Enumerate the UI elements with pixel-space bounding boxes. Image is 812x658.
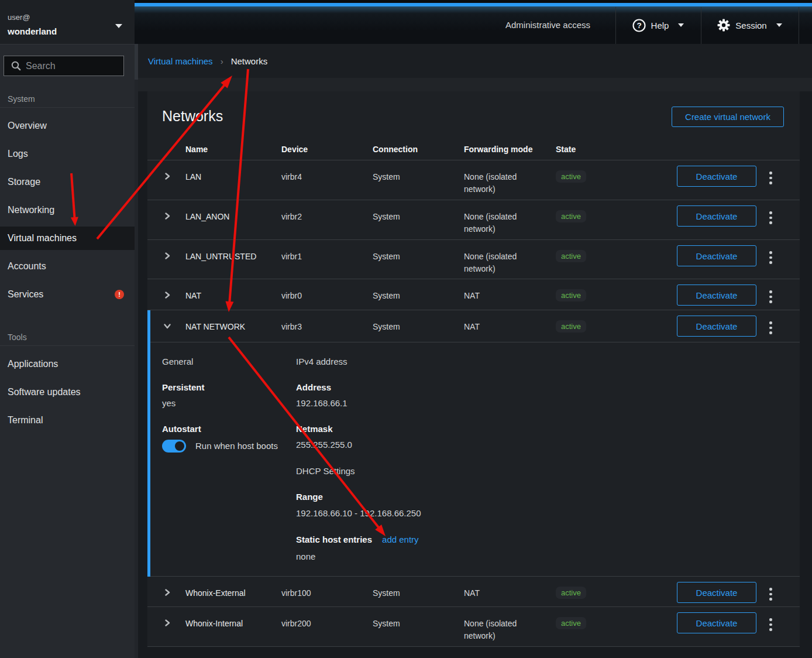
network-device: virbr100	[281, 577, 373, 606]
network-connection: System	[373, 200, 464, 239]
masthead-divider	[799, 7, 799, 44]
network-device: virbr200	[281, 607, 373, 646]
column-header-connection: Connection	[373, 143, 464, 156]
deactivate-button[interactable]: Deactivate	[677, 245, 756, 266]
add-entry-link[interactable]: add entry	[382, 534, 419, 544]
network-device: virbr2	[281, 200, 373, 239]
persistent-label: Persistent	[162, 382, 205, 393]
range-label: Range	[296, 491, 323, 503]
user-menu[interactable]: user@ wonderland	[0, 0, 135, 44]
network-name: LAN_ANON	[185, 200, 281, 239]
nav-section-tools: Tools Applications Software updates Term…	[0, 326, 135, 434]
card-header: Networks Create virtual network	[147, 91, 800, 125]
toggle-knob	[175, 441, 184, 451]
expand-row-button[interactable]	[147, 577, 185, 606]
sidebar-item-accounts: Accounts	[0, 252, 135, 280]
state-badge: active	[556, 320, 586, 333]
network-device: virbr3	[281, 310, 373, 342]
kebab-menu-button[interactable]	[756, 200, 800, 239]
breadcrumb-virtual-machines[interactable]: Virtual machines	[148, 56, 213, 66]
collapse-row-button[interactable]	[147, 310, 185, 342]
column-header-device: Device	[281, 143, 373, 156]
expand-row-button[interactable]	[147, 240, 185, 279]
network-forwarding-mode: None (isolated network)	[464, 200, 556, 239]
question-circle-icon: ?	[632, 19, 646, 32]
network-connection: System	[373, 310, 464, 342]
host-name: wonderland	[8, 27, 127, 36]
session-menu-button[interactable]: Session	[701, 6, 799, 44]
state-badge: active	[556, 587, 586, 599]
deactivate-button[interactable]: Deactivate	[677, 582, 756, 603]
network-connection: System	[373, 279, 464, 310]
sidebar-item-applications: Applications	[0, 350, 135, 378]
sidebar-item-storage: Storage	[0, 168, 135, 196]
expanded-row-accent-border	[147, 310, 150, 577]
search-icon	[11, 61, 21, 71]
breadcrumb-current: Networks	[231, 56, 268, 66]
sidebar-search	[4, 56, 124, 76]
sidebar-scrollbar[interactable]	[135, 44, 138, 658]
autostart-toggle[interactable]	[162, 440, 186, 453]
table-row-expanded: NAT NETWORK virbr3 System NAT active Dea…	[147, 310, 800, 342]
expand-row-button[interactable]	[147, 200, 185, 239]
search-input[interactable]	[4, 56, 124, 76]
network-connection: System	[373, 577, 464, 606]
deactivate-button[interactable]: Deactivate	[677, 285, 756, 306]
breadcrumb: Virtual machines › Networks	[138, 44, 812, 78]
scrollbar-thumb[interactable]	[135, 44, 138, 80]
state-badge: active	[556, 289, 586, 301]
network-device: virbr1	[281, 240, 373, 279]
state-badge: active	[556, 210, 586, 222]
masthead: Administrative access ? Help Session	[135, 0, 812, 44]
network-forwarding-mode: None (isolated network)	[464, 240, 556, 279]
nav-section-system: System Overview Logs Storage Networking …	[0, 88, 135, 309]
networks-card: Networks Create virtual network Name Dev…	[147, 91, 800, 647]
expand-row-button[interactable]	[147, 607, 185, 646]
svg-text:?: ?	[636, 21, 641, 30]
accent-topline	[135, 0, 812, 6]
row-expansion-panel: General Persistent yes Autostart Run whe…	[147, 342, 800, 577]
expand-row-button[interactable]	[147, 160, 185, 200]
kebab-menu-button[interactable]	[756, 240, 800, 279]
network-connection: System	[373, 160, 464, 200]
deactivate-button[interactable]: Deactivate	[677, 166, 756, 187]
static-host-entries-label: Static host entriesadd entry	[296, 534, 419, 546]
kebab-menu-button[interactable]	[756, 310, 800, 342]
chevron-down-icon	[115, 24, 122, 28]
deactivate-button[interactable]: Deactivate	[677, 612, 756, 633]
address-value: 192.168.66.1	[296, 397, 347, 409]
create-virtual-network-button[interactable]: Create virtual network	[672, 107, 784, 127]
kebab-menu-button[interactable]	[756, 577, 800, 606]
sidebar-item-overview: Overview	[0, 112, 135, 140]
expand-row-button[interactable]	[147, 279, 185, 310]
dhcp-section-title: DHCP Settings	[296, 465, 355, 477]
network-forwarding-mode: NAT	[464, 310, 556, 342]
deactivate-button[interactable]: Deactivate	[677, 205, 756, 227]
kebab-menu-button[interactable]	[756, 607, 800, 646]
help-menu-button[interactable]: ? Help	[615, 6, 701, 44]
nav-section-title: System	[0, 88, 135, 108]
deactivate-button[interactable]: Deactivate	[677, 316, 756, 337]
sidebar-item-virtual-machines: Virtual machines	[0, 224, 135, 252]
kebab-menu-button[interactable]	[756, 160, 800, 200]
administrative-access-label[interactable]: Administrative access	[505, 20, 590, 30]
network-connection: System	[373, 607, 464, 646]
network-name: Whonix-External	[185, 577, 281, 606]
page-title: Networks	[162, 108, 223, 124]
general-section-title: General	[162, 356, 193, 368]
state-badge: active	[556, 250, 586, 262]
table-row: LAN_ANON virbr2 System None (isolated ne…	[147, 200, 800, 240]
network-name: LAN_UNTRUSTED	[185, 240, 281, 279]
state-badge: active	[556, 170, 586, 183]
kebab-menu-button[interactable]	[756, 279, 800, 310]
sidebar: user@ wonderland System Overview Logs St…	[0, 0, 135, 658]
network-forwarding-mode: None (isolated network)	[464, 160, 556, 200]
network-forwarding-mode: NAT	[464, 279, 556, 310]
network-name: LAN	[185, 160, 281, 200]
sidebar-item-software-updates: Software updates	[0, 378, 135, 406]
network-device: virbr0	[281, 279, 373, 310]
network-forwarding-mode: None (isolated network)	[464, 607, 556, 646]
netmask-label: Netmask	[296, 423, 333, 435]
ipv4-section-title: IPv4 address	[296, 356, 347, 368]
range-value: 192.168.66.10 - 192.168.66.250	[296, 508, 421, 519]
